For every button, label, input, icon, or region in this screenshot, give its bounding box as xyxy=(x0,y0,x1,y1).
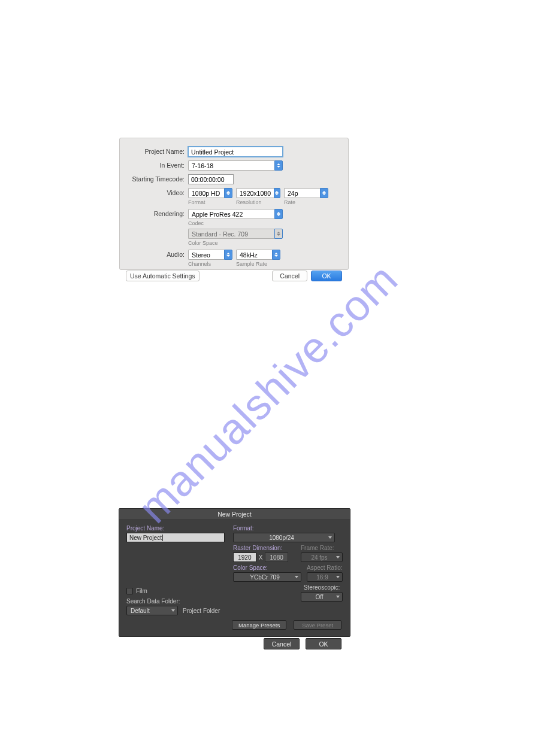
project-name-row: Project Name: xyxy=(126,147,342,157)
chevron-down-icon xyxy=(171,609,175,612)
video-resolution-select[interactable]: 1920x1080 xyxy=(236,188,280,198)
video-rate-sublabel: Rate xyxy=(284,199,328,205)
rendering-color-space-value: Standard - Rec. 709 xyxy=(188,229,274,239)
raster-height-input[interactable]: 1080 xyxy=(265,552,288,562)
stereoscopic-label: Stereoscopic: xyxy=(301,584,343,591)
project-name-label: Project Name: xyxy=(126,147,188,155)
video-format-select[interactable]: 1080p HD xyxy=(188,188,232,198)
search-data-folder-label: Search Data Folder: xyxy=(126,598,225,605)
in-event-select[interactable]: 7-16-18 xyxy=(188,160,283,171)
rendering-codec-value: Apple ProRes 422 xyxy=(188,209,274,219)
aspect-ratio-label: Aspect Ratio: xyxy=(307,564,343,571)
rendering-color-space-sublabel: Color Space xyxy=(188,240,283,246)
rendering-label: Rendering: xyxy=(126,209,188,217)
starting-timecode-label: Starting Timecode: xyxy=(126,174,188,183)
color-space-label: Color Space: xyxy=(233,564,301,571)
video-resolution-sublabel: Resolution xyxy=(236,199,280,205)
color-space-select[interactable]: YCbCr 709 xyxy=(233,572,301,582)
rendering-codec-select[interactable]: Apple ProRes 422 xyxy=(188,209,283,219)
audio-channels-value: Stereo xyxy=(188,250,224,260)
format-value: 1080p/24 xyxy=(269,535,294,541)
in-event-row: In Event: 7-16-18 xyxy=(126,160,342,171)
starting-timecode-row: Starting Timecode: xyxy=(126,174,342,184)
manage-presets-button[interactable]: Manage Presets xyxy=(232,620,286,630)
chevron-updown-icon xyxy=(224,250,232,260)
project-name-input[interactable] xyxy=(188,147,283,157)
aspect-ratio-select: 16:9 xyxy=(307,572,343,582)
frame-rate-label: Frame Rate: xyxy=(301,545,343,551)
film-label: Film xyxy=(136,588,147,594)
video-resolution-value: 1920x1080 xyxy=(236,188,274,198)
starting-timecode-input[interactable] xyxy=(188,174,234,184)
audio-row: Audio: Stereo Channels 48kHz Sample Rate xyxy=(126,250,342,267)
chevron-updown-icon xyxy=(274,188,280,198)
video-label: Video: xyxy=(126,188,188,196)
project-name-label: Project Name: xyxy=(126,525,225,532)
audio-label: Audio: xyxy=(126,250,188,258)
frame-rate-select: 24 fps xyxy=(301,552,343,562)
film-checkbox[interactable] xyxy=(126,588,133,594)
dialog-title: New Project xyxy=(119,509,350,520)
rendering-row: Rendering: Apple ProRes 422 Codec Standa… xyxy=(126,209,342,246)
cancel-button[interactable]: Cancel xyxy=(264,638,300,649)
format-label: Format: xyxy=(233,525,343,532)
format-select[interactable]: 1080p/24 xyxy=(233,533,335,542)
chevron-updown-icon xyxy=(224,188,232,198)
frame-rate-value: 24 fps xyxy=(311,554,327,561)
chevron-down-icon xyxy=(336,596,340,598)
stereoscopic-select[interactable]: Off xyxy=(301,592,343,602)
ok-button[interactable]: OK xyxy=(311,271,342,281)
aspect-ratio-value: 16:9 xyxy=(316,574,328,581)
save-preset-button: Save Preset xyxy=(294,620,341,630)
audio-channels-select[interactable]: Stereo xyxy=(188,250,232,260)
chevron-down-icon xyxy=(328,536,332,539)
watermark-text: manualshive.com xyxy=(128,254,407,532)
project-folder-label: Project Folder xyxy=(183,608,220,614)
rendering-color-space-select: Standard - Rec. 709 xyxy=(188,229,283,239)
chevron-down-icon xyxy=(336,556,340,558)
cancel-button[interactable]: Cancel xyxy=(272,271,307,281)
project-settings-dialog: Project Name: In Event: 7-16-18 Starting… xyxy=(119,138,349,270)
search-data-folder-select[interactable]: Default xyxy=(126,606,178,615)
raster-label: Raster Dimension: xyxy=(233,545,288,551)
new-project-dialog: New Project Project Name: New Project Fi… xyxy=(119,508,350,637)
chevron-down-icon xyxy=(336,576,340,578)
project-name-value: New Project xyxy=(129,535,162,541)
chevron-updown-icon xyxy=(274,160,283,171)
in-event-value: 7-16-18 xyxy=(188,160,274,171)
chevron-updown-icon xyxy=(320,188,328,198)
chevron-updown-icon xyxy=(274,209,283,219)
stereoscopic-value: Off xyxy=(315,594,323,600)
use-automatic-settings-button[interactable]: Use Automatic Settings xyxy=(126,271,200,281)
chevron-down-icon xyxy=(295,576,298,578)
text-cursor-icon xyxy=(162,535,163,541)
rendering-codec-sublabel: Codec xyxy=(188,220,283,226)
audio-channels-sublabel: Channels xyxy=(188,261,232,267)
film-checkbox-row[interactable]: Film xyxy=(126,588,225,594)
color-space-value: YCbCr 709 xyxy=(250,574,279,581)
video-rate-select[interactable]: 24p xyxy=(284,188,328,198)
chevron-updown-icon xyxy=(272,250,280,260)
raster-x-label: X xyxy=(256,552,265,562)
in-event-label: In Event: xyxy=(126,160,188,169)
ok-button[interactable]: OK xyxy=(306,638,341,649)
audio-sample-rate-value: 48kHz xyxy=(236,250,272,260)
audio-sample-rate-sublabel: Sample Rate xyxy=(236,261,280,267)
audio-sample-rate-select[interactable]: 48kHz xyxy=(236,250,280,260)
search-data-folder-value: Default xyxy=(131,608,150,614)
chevron-updown-icon xyxy=(274,229,283,239)
video-row: Video: 1080p HD Format 1920x1080 Resolut… xyxy=(126,188,342,205)
video-format-sublabel: Format xyxy=(188,199,232,205)
video-rate-value: 24p xyxy=(284,188,320,198)
dialog1-footer: Use Automatic Settings Cancel OK xyxy=(126,271,342,281)
raster-width-input[interactable]: 1920 xyxy=(233,552,256,562)
video-format-value: 1080p HD xyxy=(188,188,224,198)
project-name-input[interactable]: New Project xyxy=(126,533,225,542)
